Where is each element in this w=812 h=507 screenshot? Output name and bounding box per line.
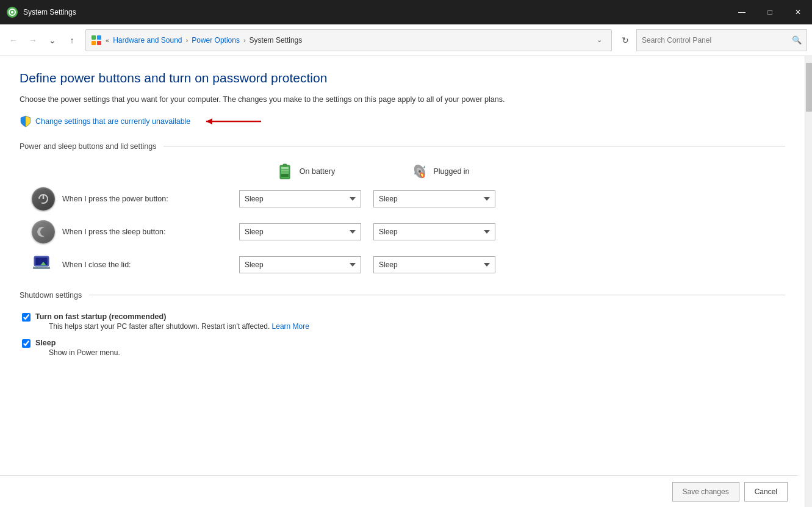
refresh-button[interactable]: ↻ xyxy=(617,32,634,49)
svg-rect-23 xyxy=(35,257,48,265)
shutdown-section-title: Shutdown settings xyxy=(20,291,82,300)
breadcrumb-dropdown-button[interactable]: ⌄ xyxy=(592,33,606,48)
section-divider-line xyxy=(163,146,785,146)
power-button-row: When I press the power button: Do nothin… xyxy=(20,187,785,210)
scrollbar[interactable] xyxy=(805,56,812,507)
change-settings-link[interactable]: Change settings that are currently unava… xyxy=(35,117,190,126)
breadcrumb-arrow-1: › xyxy=(186,37,189,44)
svg-rect-4 xyxy=(97,35,101,40)
power-plugged-dropdown-cell: Do nothing Sleep Hibernate Shut down xyxy=(373,190,508,207)
laptop-lid-svg xyxy=(32,253,55,276)
search-icon: 🔍 xyxy=(792,35,802,45)
svg-rect-6 xyxy=(97,41,101,45)
breadcrumb-hardware-and-sound[interactable]: Hardware and Sound xyxy=(113,36,182,45)
svg-rect-5 xyxy=(92,41,96,45)
lid-plugged-dropdown-cell: Do nothing Sleep Hibernate Shut down xyxy=(373,256,508,273)
svg-marker-8 xyxy=(206,118,212,124)
page-title: Define power buttons and turn on passwor… xyxy=(20,71,785,85)
scrollbar-thumb[interactable] xyxy=(806,63,812,112)
close-button[interactable]: ✕ xyxy=(784,0,812,24)
lid-plugged-select[interactable]: Do nothing Sleep Hibernate Shut down xyxy=(373,256,495,273)
svg-rect-3 xyxy=(92,35,96,40)
plugged-in-icon xyxy=(411,163,428,180)
column-headers: On battery Plugged in xyxy=(20,163,785,180)
shutdown-section-divider xyxy=(89,295,785,295)
fast-startup-desc-text: This helps start your PC faster after sh… xyxy=(49,322,272,331)
uac-shield-icon xyxy=(20,115,32,128)
lid-label-cell: When I close the lid: xyxy=(32,253,239,276)
titlebar: System Settings — □ ✕ xyxy=(0,0,812,24)
fast-startup-description: This helps start your PC faster after sh… xyxy=(35,322,309,331)
sleep-button-label-cell: When I press the sleep button: xyxy=(32,220,239,243)
lid-label: When I close the lid: xyxy=(62,261,131,269)
save-changes-button[interactable]: Save changes xyxy=(672,482,739,502)
sleep-shutdown-description: Show in Power menu. xyxy=(35,348,120,357)
on-battery-header: On battery xyxy=(239,163,373,180)
fast-startup-label[interactable]: Turn on fast startup (recommended) xyxy=(35,312,166,321)
sleep-symbol-svg xyxy=(37,225,50,239)
main-content: Define power buttons and turn on passwor… xyxy=(0,56,812,507)
power-button-icon xyxy=(32,187,55,210)
lid-icon xyxy=(32,253,55,276)
sleep-battery-dropdown-cell: Do nothing Sleep Hibernate Shut down xyxy=(239,223,373,240)
sleep-button-icon xyxy=(32,220,55,243)
navbar: ← → ⌄ ↑ « Hardware and Sound › Power Opt… xyxy=(0,24,812,56)
power-button-battery-select[interactable]: Do nothing Sleep Hibernate Shut down xyxy=(239,190,361,207)
breadcrumb-separator-start: « xyxy=(106,37,109,44)
breadcrumb-bar: « Hardware and Sound › Power Options › S… xyxy=(85,29,612,51)
red-arrow-indicator xyxy=(194,115,267,128)
svg-rect-12 xyxy=(281,167,289,169)
titlebar-controls: — □ ✕ xyxy=(728,0,812,24)
back-button[interactable]: ← xyxy=(5,32,22,49)
power-button-plugged-select[interactable]: Do nothing Sleep Hibernate Shut down xyxy=(373,190,495,207)
up-button[interactable]: ↑ xyxy=(63,32,81,49)
window-title: System Settings xyxy=(23,8,76,16)
app-icon xyxy=(6,6,18,18)
cancel-button[interactable]: Cancel xyxy=(744,482,788,502)
power-sleep-section-title: Power and sleep buttons and lid settings xyxy=(20,142,156,151)
power-button-label-cell: When I press the power button: xyxy=(32,187,239,210)
control-panel-icon xyxy=(91,35,102,46)
search-bar: 🔍 xyxy=(636,29,807,51)
svg-point-2 xyxy=(11,11,13,13)
learn-more-link[interactable]: Learn More xyxy=(272,322,309,331)
breadcrumb-arrow-2: › xyxy=(243,37,246,44)
fast-startup-checkbox[interactable] xyxy=(22,313,31,322)
breadcrumb-power-options[interactable]: Power Options xyxy=(192,36,240,45)
bottom-action-bar: Save changes Cancel xyxy=(0,475,797,507)
page-description: Choose the power settings that you want … xyxy=(20,94,538,106)
power-sleep-section-header: Power and sleep buttons and lid settings xyxy=(20,142,785,151)
lid-battery-dropdown-cell: Do nothing Sleep Hibernate Shut down xyxy=(239,256,373,273)
sleep-shutdown-checkbox[interactable] xyxy=(22,339,31,348)
svg-point-17 xyxy=(419,170,421,173)
sleep-shutdown-content: Sleep Show in Power menu. xyxy=(35,338,120,357)
sleep-button-row: When I press the sleep button: Do nothin… xyxy=(20,220,785,243)
breadcrumb-system-settings: System Settings xyxy=(250,36,303,45)
lid-battery-select[interactable]: Do nothing Sleep Hibernate Shut down xyxy=(239,256,361,273)
on-battery-label: On battery xyxy=(300,167,335,176)
sleep-button-plugged-select[interactable]: Do nothing Sleep Hibernate Shut down xyxy=(373,223,495,240)
fast-startup-content: Turn on fast startup (recommended) This … xyxy=(35,312,309,331)
sleep-button-battery-select[interactable]: Do nothing Sleep Hibernate Shut down xyxy=(239,223,361,240)
sleep-shutdown-label[interactable]: Sleep xyxy=(35,339,56,347)
forward-button[interactable]: → xyxy=(24,32,41,49)
shutdown-section: Shutdown settings Turn on fast startup (… xyxy=(20,291,785,357)
sleep-plugged-dropdown-cell: Do nothing Sleep Hibernate Shut down xyxy=(373,223,508,240)
sleep-desc-text: Show in Power menu. xyxy=(49,348,120,357)
sleep-shutdown-item: Sleep Show in Power menu. xyxy=(20,338,785,357)
titlebar-left: System Settings xyxy=(6,6,76,18)
lid-row: When I close the lid: Do nothing Sleep H… xyxy=(20,253,785,276)
minimize-button[interactable]: — xyxy=(728,0,756,24)
search-input[interactable] xyxy=(642,36,788,45)
plugged-in-label: Plugged in xyxy=(433,167,469,176)
recent-locations-button[interactable]: ⌄ xyxy=(44,32,61,49)
svg-rect-11 xyxy=(281,174,289,177)
svg-rect-13 xyxy=(281,170,289,171)
power-symbol-svg xyxy=(37,193,49,205)
content-area: Define power buttons and turn on passwor… xyxy=(0,56,805,507)
svg-rect-25 xyxy=(33,267,50,269)
maximize-button[interactable]: □ xyxy=(756,0,784,24)
change-settings-link-row: Change settings that are currently unava… xyxy=(20,115,785,128)
battery-icon xyxy=(278,163,295,180)
power-button-label: When I press the power button: xyxy=(62,195,168,203)
